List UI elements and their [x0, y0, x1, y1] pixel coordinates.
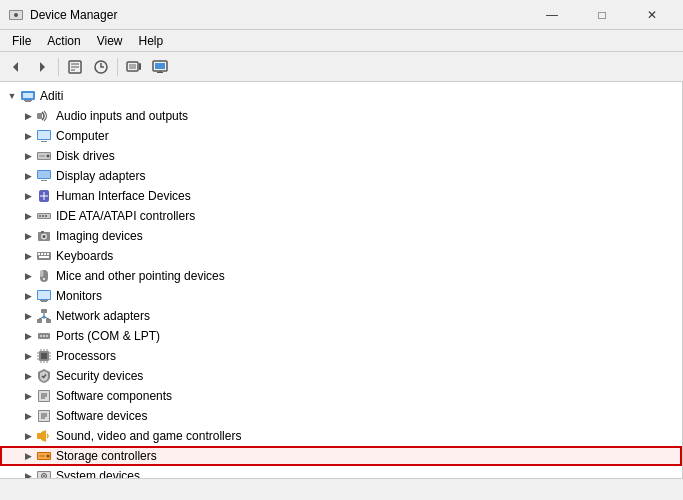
svg-rect-45 — [38, 253, 40, 255]
expand-icon-system: ▶ — [20, 468, 36, 478]
menu-action[interactable]: Action — [39, 32, 88, 50]
computer-item-icon — [36, 128, 52, 144]
storage-label: Storage controllers — [56, 449, 157, 463]
expand-icon-sound: ▶ — [20, 428, 36, 444]
expand-icon-imaging: ▶ — [20, 228, 36, 244]
svg-rect-58 — [41, 309, 47, 313]
expand-icon-display: ▶ — [20, 168, 36, 184]
close-button[interactable]: ✕ — [629, 0, 675, 30]
svg-point-96 — [47, 455, 50, 458]
svg-point-37 — [39, 215, 41, 217]
security-label: Security devices — [56, 369, 143, 383]
window-title: Device Manager — [30, 8, 529, 22]
root-label: Aditi — [40, 89, 63, 103]
tree-root[interactable]: ▼ Aditi — [0, 86, 682, 106]
tree-item-processors[interactable]: ▶ Proces — [0, 346, 682, 366]
tree-item-network[interactable]: ▶ Network adapters — [0, 306, 682, 326]
minimize-button[interactable]: — — [529, 0, 575, 30]
tree-item-software-devices[interactable]: ▶ Software devices — [0, 406, 682, 426]
expand-icon-network: ▶ — [20, 308, 36, 324]
tree-item-ports[interactable]: ▶ Ports (COM & LPT) — [0, 326, 682, 346]
disk-label: Disk drives — [56, 149, 115, 163]
tree-item-system[interactable]: ▶ System devices — [0, 466, 682, 478]
tree-item-display[interactable]: ▶ Display adapters — [0, 166, 682, 186]
tree-item-sound[interactable]: ▶ Sound, video and game controllers — [0, 426, 682, 446]
tree-item-software-components[interactable]: ▶ Software components — [0, 386, 682, 406]
back-button[interactable] — [4, 55, 28, 79]
title-bar: Device Manager — □ ✕ — [0, 0, 683, 30]
tree-item-ide[interactable]: ▶ IDE ATA/ATAPI controllers — [0, 206, 682, 226]
menu-bar: File Action View Help — [0, 30, 683, 52]
update-driver-button[interactable] — [89, 55, 113, 79]
tree-item-audio[interactable]: ▶ Audio inputs and outputs — [0, 106, 682, 126]
tree-item-imaging[interactable]: ▶ Imaging devices — [0, 226, 682, 246]
svg-point-42 — [43, 235, 46, 238]
tree-item-mouse[interactable]: ▶ Mice and other pointing devices — [0, 266, 682, 286]
svg-rect-57 — [40, 300, 48, 301]
scan-button[interactable] — [122, 55, 146, 79]
network-label: Network adapters — [56, 309, 150, 323]
sound-icon — [36, 428, 52, 444]
mouse-label: Mice and other pointing devices — [56, 269, 225, 283]
svg-point-67 — [43, 335, 45, 337]
software-components-icon — [36, 388, 52, 404]
svg-point-64 — [43, 316, 46, 319]
window-controls: — □ ✕ — [529, 0, 675, 30]
svg-rect-18 — [23, 93, 33, 98]
disk-icon — [36, 148, 52, 164]
svg-rect-14 — [155, 63, 165, 69]
tree-item-security[interactable]: ▶ Security devices — [0, 366, 682, 386]
expand-icon-monitors: ▶ — [20, 288, 36, 304]
expand-icon-processors: ▶ — [20, 348, 36, 364]
audio-icon — [36, 108, 52, 124]
expand-icon-mouse: ▶ — [20, 268, 36, 284]
expand-icon-audio: ▶ — [20, 108, 36, 124]
menu-help[interactable]: Help — [131, 32, 172, 50]
display-icon — [36, 168, 52, 184]
expand-icon-disk: ▶ — [20, 148, 36, 164]
processors-label: Processors — [56, 349, 116, 363]
tree-item-computer[interactable]: ▶ Computer — [0, 126, 682, 146]
forward-button[interactable] — [30, 55, 54, 79]
svg-point-66 — [40, 335, 42, 337]
ports-icon — [36, 328, 52, 344]
tree-item-monitors[interactable]: ▶ Monitors — [0, 286, 682, 306]
audio-label: Audio inputs and outputs — [56, 109, 188, 123]
imaging-label: Imaging devices — [56, 229, 143, 243]
svg-rect-15 — [157, 72, 163, 73]
main-container: ▼ Aditi ▶ Audio inputs an — [0, 82, 683, 478]
toolbar-sep-1 — [58, 58, 59, 76]
svg-rect-19 — [25, 101, 31, 102]
display-button[interactable] — [148, 55, 172, 79]
svg-rect-55 — [38, 291, 50, 299]
expand-icon-root: ▼ — [4, 88, 20, 104]
svg-point-2 — [14, 13, 18, 17]
expand-icon-keyboard: ▶ — [20, 248, 36, 264]
ide-label: IDE ATA/ATAPI controllers — [56, 209, 195, 223]
menu-file[interactable]: File — [4, 32, 39, 50]
svg-rect-20 — [24, 100, 32, 101]
tree-item-disk[interactable]: ▶ Disk drives — [0, 146, 682, 166]
toolbar-sep-2 — [117, 58, 118, 76]
maximize-button[interactable]: □ — [579, 0, 625, 30]
device-tree[interactable]: ▼ Aditi ▶ Audio inputs an — [0, 82, 683, 478]
svg-rect-23 — [38, 131, 50, 139]
keyboard-icon — [36, 248, 52, 264]
toolbar — [0, 52, 683, 82]
svg-rect-46 — [41, 253, 43, 255]
imaging-icon — [36, 228, 52, 244]
svg-rect-70 — [41, 353, 47, 359]
expand-icon-security: ▶ — [20, 368, 36, 384]
monitors-label: Monitors — [56, 289, 102, 303]
expand-icon-software-components: ▶ — [20, 388, 36, 404]
svg-rect-12 — [139, 63, 141, 70]
svg-rect-31 — [41, 180, 47, 181]
menu-view[interactable]: View — [89, 32, 131, 50]
svg-point-38 — [42, 215, 44, 217]
sound-label: Sound, video and game controllers — [56, 429, 241, 443]
tree-item-hid[interactable]: ▶ Human Interface Devices — [0, 186, 682, 206]
tree-item-storage[interactable]: ▶ Storage controllers — [0, 446, 682, 466]
svg-point-101 — [43, 475, 45, 477]
properties-button[interactable] — [63, 55, 87, 79]
tree-item-keyboard[interactable]: ▶ Keyboards — [0, 246, 682, 266]
